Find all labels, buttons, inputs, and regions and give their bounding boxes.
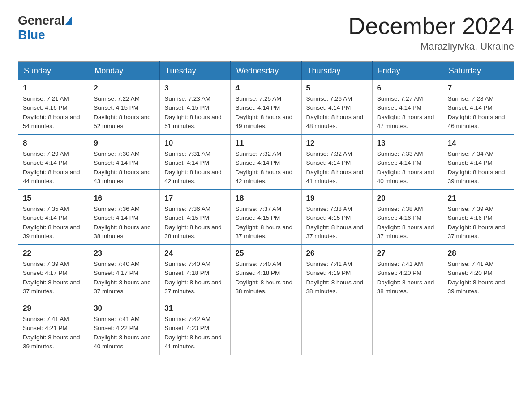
calendar-empty-cell [231,300,301,355]
day-sun-info: Sunrise: 7:35 AMSunset: 4:14 PMDaylight:… [23,205,84,241]
day-sun-info: Sunrise: 7:39 AMSunset: 4:17 PMDaylight:… [23,260,84,296]
day-sun-info: Sunrise: 7:36 AMSunset: 4:14 PMDaylight:… [94,205,155,241]
day-number: 6 [377,84,438,93]
day-sun-info: Sunrise: 7:36 AMSunset: 4:15 PMDaylight:… [164,205,226,241]
calendar-day-cell: 23Sunrise: 7:40 AMSunset: 4:17 PMDayligh… [89,245,160,300]
day-number: 14 [448,139,509,148]
day-sun-info: Sunrise: 7:41 AMSunset: 4:19 PMDaylight:… [306,260,368,296]
day-number: 9 [94,139,155,148]
day-number: 31 [164,304,226,313]
calendar-header-row: SundayMondayTuesdayWednesdayThursdayFrid… [18,62,514,81]
day-sun-info: Sunrise: 7:40 AMSunset: 4:18 PMDaylight:… [235,260,296,296]
calendar-day-cell: 20Sunrise: 7:38 AMSunset: 4:16 PMDayligh… [372,190,443,245]
calendar-week-row: 22Sunrise: 7:39 AMSunset: 4:17 PMDayligh… [18,245,514,300]
calendar-day-cell: 4Sunrise: 7:25 AMSunset: 4:14 PMDaylight… [231,80,301,135]
calendar-day-cell: 5Sunrise: 7:26 AMSunset: 4:14 PMDaylight… [301,80,372,135]
calendar-day-cell: 17Sunrise: 7:36 AMSunset: 4:15 PMDayligh… [160,190,231,245]
weekday-header-tuesday: Tuesday [160,62,231,81]
day-number: 15 [23,194,84,203]
calendar-day-cell: 14Sunrise: 7:34 AMSunset: 4:14 PMDayligh… [443,135,514,190]
calendar-empty-cell [443,300,514,355]
day-number: 27 [377,249,438,258]
logo-triangle-icon [65,17,72,25]
day-number: 16 [94,194,155,203]
day-number: 21 [448,194,509,203]
calendar-day-cell: 3Sunrise: 7:23 AMSunset: 4:15 PMDaylight… [160,80,231,135]
day-sun-info: Sunrise: 7:42 AMSunset: 4:23 PMDaylight:… [164,315,226,351]
day-sun-info: Sunrise: 7:41 AMSunset: 4:20 PMDaylight:… [448,260,509,296]
day-number: 2 [94,84,155,93]
day-sun-info: Sunrise: 7:41 AMSunset: 4:22 PMDaylight:… [94,315,155,351]
calendar-day-cell: 11Sunrise: 7:32 AMSunset: 4:14 PMDayligh… [231,135,301,190]
day-sun-info: Sunrise: 7:41 AMSunset: 4:21 PMDaylight:… [23,315,84,351]
day-number: 13 [377,139,438,148]
calendar-week-row: 29Sunrise: 7:41 AMSunset: 4:21 PMDayligh… [18,300,514,355]
day-sun-info: Sunrise: 7:38 AMSunset: 4:16 PMDaylight:… [377,205,438,241]
calendar-day-cell: 1Sunrise: 7:21 AMSunset: 4:16 PMDaylight… [18,80,89,135]
day-sun-info: Sunrise: 7:32 AMSunset: 4:14 PMDaylight:… [306,150,368,186]
day-sun-info: Sunrise: 7:22 AMSunset: 4:15 PMDaylight:… [94,94,155,131]
day-number: 4 [235,84,296,93]
day-number: 23 [94,249,155,258]
calendar-day-cell: 6Sunrise: 7:27 AMSunset: 4:14 PMDaylight… [372,80,443,135]
title-area: December 2024 Marazliyivka, Ukraine [348,13,514,52]
calendar-day-cell: 21Sunrise: 7:39 AMSunset: 4:16 PMDayligh… [443,190,514,245]
calendar-day-cell: 16Sunrise: 7:36 AMSunset: 4:14 PMDayligh… [89,190,160,245]
day-number: 22 [23,249,84,258]
page-header: General Blue December 2024 Marazliyivka,… [18,13,514,52]
location-subtitle: Marazliyivka, Ukraine [348,41,514,52]
day-number: 11 [235,139,296,148]
day-number: 29 [23,304,84,313]
day-sun-info: Sunrise: 7:23 AMSunset: 4:15 PMDaylight:… [164,94,226,131]
calendar-empty-cell [372,300,443,355]
calendar-day-cell: 28Sunrise: 7:41 AMSunset: 4:20 PMDayligh… [443,245,514,300]
calendar-day-cell: 2Sunrise: 7:22 AMSunset: 4:15 PMDaylight… [89,80,160,135]
day-sun-info: Sunrise: 7:40 AMSunset: 4:17 PMDaylight:… [94,260,155,296]
calendar-day-cell: 24Sunrise: 7:40 AMSunset: 4:18 PMDayligh… [160,245,231,300]
day-sun-info: Sunrise: 7:25 AMSunset: 4:14 PMDaylight:… [235,94,296,131]
calendar-day-cell: 29Sunrise: 7:41 AMSunset: 4:21 PMDayligh… [18,300,89,355]
day-sun-info: Sunrise: 7:27 AMSunset: 4:14 PMDaylight:… [377,94,438,131]
day-sun-info: Sunrise: 7:40 AMSunset: 4:18 PMDaylight:… [164,260,226,296]
day-number: 26 [306,249,368,258]
day-number: 28 [448,249,509,258]
day-sun-info: Sunrise: 7:32 AMSunset: 4:14 PMDaylight:… [235,150,296,186]
calendar-day-cell: 22Sunrise: 7:39 AMSunset: 4:17 PMDayligh… [18,245,89,300]
logo: General Blue [18,13,73,42]
calendar-day-cell: 31Sunrise: 7:42 AMSunset: 4:23 PMDayligh… [160,300,231,355]
calendar-day-cell: 9Sunrise: 7:30 AMSunset: 4:14 PMDaylight… [89,135,160,190]
day-number: 17 [164,194,226,203]
weekday-header-wednesday: Wednesday [231,62,301,81]
calendar-day-cell: 7Sunrise: 7:28 AMSunset: 4:14 PMDaylight… [443,80,514,135]
calendar-day-cell: 27Sunrise: 7:41 AMSunset: 4:20 PMDayligh… [372,245,443,300]
day-sun-info: Sunrise: 7:28 AMSunset: 4:14 PMDaylight:… [448,94,509,131]
day-number: 5 [306,84,368,93]
calendar-day-cell: 19Sunrise: 7:38 AMSunset: 4:15 PMDayligh… [301,190,372,245]
month-title: December 2024 [348,13,514,39]
weekday-header-monday: Monday [89,62,160,81]
day-number: 8 [23,139,84,148]
calendar-week-row: 1Sunrise: 7:21 AMSunset: 4:16 PMDaylight… [18,80,514,135]
calendar-empty-cell [301,300,372,355]
calendar-day-cell: 10Sunrise: 7:31 AMSunset: 4:14 PMDayligh… [160,135,231,190]
day-number: 10 [164,139,226,148]
calendar-week-row: 8Sunrise: 7:29 AMSunset: 4:14 PMDaylight… [18,135,514,190]
day-sun-info: Sunrise: 7:31 AMSunset: 4:14 PMDaylight:… [164,150,226,186]
day-number: 1 [23,84,84,93]
calendar-day-cell: 25Sunrise: 7:40 AMSunset: 4:18 PMDayligh… [231,245,301,300]
calendar-table: SundayMondayTuesdayWednesdayThursdayFrid… [18,61,514,355]
calendar-day-cell: 15Sunrise: 7:35 AMSunset: 4:14 PMDayligh… [18,190,89,245]
calendar-day-cell: 13Sunrise: 7:33 AMSunset: 4:14 PMDayligh… [372,135,443,190]
day-number: 7 [448,84,509,93]
day-number: 25 [235,249,296,258]
day-sun-info: Sunrise: 7:39 AMSunset: 4:16 PMDaylight:… [448,205,509,241]
day-number: 30 [94,304,155,313]
day-sun-info: Sunrise: 7:33 AMSunset: 4:14 PMDaylight:… [377,150,438,186]
calendar-day-cell: 8Sunrise: 7:29 AMSunset: 4:14 PMDaylight… [18,135,89,190]
day-number: 3 [164,84,226,93]
day-number: 12 [306,139,368,148]
day-sun-info: Sunrise: 7:41 AMSunset: 4:20 PMDaylight:… [377,260,438,296]
calendar-week-row: 15Sunrise: 7:35 AMSunset: 4:14 PMDayligh… [18,190,514,245]
day-sun-info: Sunrise: 7:30 AMSunset: 4:14 PMDaylight:… [94,150,155,186]
day-sun-info: Sunrise: 7:26 AMSunset: 4:14 PMDaylight:… [306,94,368,131]
